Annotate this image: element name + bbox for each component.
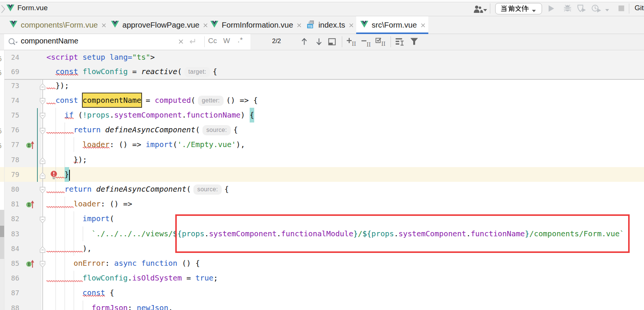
previous-occurrence-icon[interactable] [301, 37, 307, 47]
clear-search-icon[interactable] [178, 39, 184, 46]
code-text: }); [46, 152, 87, 167]
ts-file-icon: TS [306, 20, 315, 30]
code-text: ), [46, 241, 91, 256]
breadcrumb-chevron-icon[interactable] [0, 5, 6, 14]
svg-text:II: II [367, 42, 371, 47]
coverage-icon[interactable] [577, 5, 586, 14]
code-text: const { [46, 285, 114, 300]
parameter-hint: target: [184, 67, 210, 77]
fold-start-marker-icon[interactable] [40, 261, 46, 269]
override-marker-icon[interactable] [25, 259, 35, 270]
cropped-line-number: 5 [0, 69, 4, 77]
match-count: 2/2 [265, 37, 288, 45]
add-selection-icon[interactable]: II [346, 37, 357, 48]
tab-approveflowpage.vue[interactable]: approveFlowPage.vue [107, 16, 206, 34]
newline-icon[interactable] [188, 38, 197, 47]
code-text: const componentName = computed(getter:()… [46, 93, 258, 108]
svg-text:II: II [352, 41, 356, 46]
editor-tab-bar: components\Form.vueapproveFlowPage.vueFo… [0, 16, 644, 34]
error-bulb-icon[interactable] [50, 170, 58, 181]
search-match-current: componentName [83, 93, 141, 107]
tab-forminformation.vue[interactable]: FormInformation.vue [206, 16, 302, 34]
tab-close-icon[interactable] [101, 23, 107, 28]
match-case-toggle[interactable]: Cc [208, 37, 217, 45]
tab-close-icon[interactable] [297, 23, 302, 28]
parameter-hint: source: [202, 125, 231, 135]
text-caret [69, 170, 70, 181]
code-line-80: 80 return defineAsyncComponent(source:{ [0, 182, 644, 197]
regex-toggle[interactable]: .* [238, 36, 243, 44]
code-line-78: 78 }); [0, 152, 644, 167]
tab-label: approveFlowPage.vue [122, 20, 199, 29]
code-line-86: 86 flowConfig.isOldSystem = true; [0, 271, 644, 285]
cropped-line-number: 5 [0, 142, 4, 150]
tab-components-form.vue[interactable]: components\Form.vue [5, 16, 107, 34]
fold-end-marker-icon[interactable] [40, 246, 46, 254]
tab-label: components\Form.vue [21, 20, 98, 29]
fold-start-marker-icon[interactable] [40, 217, 46, 225]
toolbar-right-controls: Git [468, 0, 644, 16]
tab-label: index.ts [318, 20, 345, 29]
stop-icon[interactable] [618, 5, 624, 13]
fold-start-marker-icon[interactable] [40, 187, 46, 195]
tab-close-icon[interactable] [420, 23, 426, 28]
cropped-line-number: 6 [0, 55, 4, 63]
search-icon[interactable] [8, 38, 18, 48]
code-text: }); [46, 78, 69, 93]
find-query-text[interactable]: componentName [21, 37, 78, 45]
code-line-79: 79 } [0, 167, 644, 182]
user-icon[interactable] [473, 5, 483, 15]
code-text: return defineAsyncComponent(source:{ [46, 182, 229, 197]
cropped-caret-row [0, 167, 4, 182]
select-all-occurrences-icon[interactable]: II [375, 37, 386, 48]
override-marker-icon[interactable] [25, 140, 35, 151]
tab-label: FormInformation.vue [222, 20, 293, 29]
tab-label: src\Form.vue [372, 20, 417, 29]
code-line-77: 77 loader: () => import('./Empty.vue'), [0, 137, 644, 152]
fold-start-marker-icon[interactable] [40, 113, 46, 121]
code-text: flowConfig.isOldSystem = true; [46, 271, 218, 285]
parameter-hint: getter: [198, 96, 223, 106]
git-widget-label[interactable]: Git [635, 4, 644, 12]
annotation-red-box [175, 214, 630, 253]
remove-selection-icon[interactable]: II [361, 38, 371, 49]
vue-file-icon [210, 21, 218, 29]
open-in-find-window-icon[interactable] [328, 38, 336, 47]
code-editor[interactable]: 73 });74 const componentName = computed(… [0, 50, 644, 310]
debug-icon[interactable] [564, 5, 571, 14]
filter-search-icon[interactable] [410, 38, 418, 46]
code-line-85: 85 onError: async function () { [0, 256, 644, 271]
tab-close-icon[interactable] [349, 23, 354, 28]
fold-end-marker-icon[interactable] [40, 83, 46, 91]
profiler-dropdown-icon[interactable] [605, 6, 609, 13]
code-text: if (!props.systemComponent.functionName)… [46, 108, 254, 122]
sticky-line-69[interactable]: 69 const flowConfig = reactive(target:{ [0, 65, 644, 79]
main-toolbar: Form.vue Git [0, 0, 644, 16]
run-icon[interactable] [548, 5, 554, 14]
code-text: loader: () => import('./Empty.vue'), [46, 137, 245, 152]
override-marker-icon[interactable] [25, 200, 35, 211]
breadcrumb-file-name[interactable]: Form.vue [17, 4, 48, 12]
toolbar-divider [629, 3, 629, 14]
fold-end-marker-icon[interactable] [40, 172, 46, 180]
svg-text:II: II [381, 41, 386, 46]
run-configuration-label [501, 5, 529, 14]
fold-end-marker-icon[interactable] [40, 157, 46, 166]
sticky-line-24[interactable]: 24<script setup lang="ts"> [0, 50, 644, 65]
tab-index.ts[interactable]: TSindex.ts [302, 16, 356, 34]
code-text: loader: () => [46, 197, 132, 211]
user-dropdown-icon[interactable] [483, 6, 487, 13]
code-text: onError: async function () { [46, 256, 200, 271]
filter-lines-icon[interactable] [395, 38, 404, 47]
code-text: return defineAsyncComponent(source:{ [46, 122, 238, 137]
run-configuration-select[interactable] [495, 3, 542, 14]
code-text: <script setup lang="ts"> [46, 50, 155, 65]
svg-text:TS: TS [308, 24, 312, 28]
profiler-icon[interactable] [591, 5, 601, 14]
fold-start-marker-icon[interactable] [40, 98, 46, 106]
words-toggle[interactable]: W [223, 37, 230, 45]
vue-file-icon [360, 21, 368, 29]
tab-src-form.vue[interactable]: src\Form.vue [356, 16, 428, 34]
next-occurrence-icon[interactable] [316, 37, 322, 47]
fold-start-marker-icon[interactable] [40, 128, 46, 136]
